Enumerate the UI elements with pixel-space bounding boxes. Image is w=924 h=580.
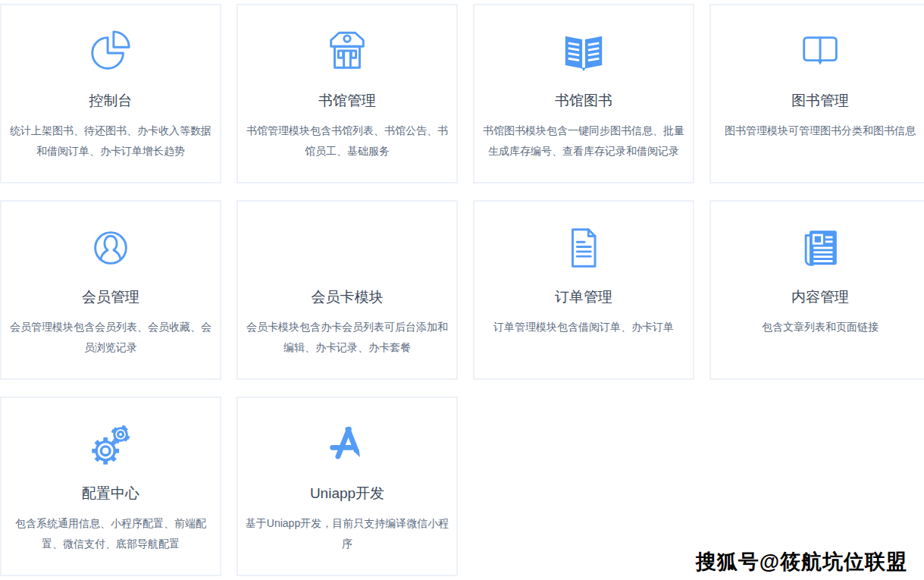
card-content-news[interactable]: 内容管理 包含文章列表和页面链接 bbox=[709, 200, 924, 380]
uniapp-icon bbox=[324, 421, 371, 468]
card-title: 会员管理 bbox=[82, 288, 139, 306]
card-uniapp[interactable]: Uniapp开发 基于Uniapp开发，目前只支持编译微信小程序 bbox=[236, 397, 458, 576]
gears-icon bbox=[87, 421, 134, 468]
card-description: 图书管理模块可管理图书分类和图书信息 bbox=[725, 121, 916, 141]
card-title: 订单管理 bbox=[555, 288, 612, 306]
card-title: 配置中心 bbox=[82, 484, 139, 503]
card-description: 基于Uniapp开发，目前只支持编译微信小程序 bbox=[244, 513, 450, 554]
card-title: 控制台 bbox=[89, 92, 133, 110]
card-title: 书馆图书 bbox=[555, 92, 612, 110]
card-gears[interactable]: 配置中心 包含系统通用信息、小程序配置、前端配置、微信支付、底部导航配置 bbox=[0, 397, 221, 576]
pie-chart-icon bbox=[87, 28, 134, 75]
card-order-document[interactable]: 订单管理 订单管理模块包含借阅订单、办卡订单 bbox=[473, 200, 694, 380]
card-pie-chart[interactable]: 控制台 统计上架图书、待还图书、办卡收入等数据和借阅订单、办卡订单增长趋势 bbox=[0, 4, 221, 183]
card-title: 会员卡模块 bbox=[312, 288, 384, 306]
card-book-outline[interactable]: 图书管理 图书管理模块可管理图书分类和图书信息 bbox=[709, 4, 924, 183]
card-title: Uniapp开发 bbox=[310, 484, 384, 503]
card-title: 内容管理 bbox=[791, 288, 849, 306]
card-description: 包含系统通用信息、小程序配置、前端配置、微信支付、底部导航配置 bbox=[8, 513, 214, 554]
card-description: 会员管理模块包含会员列表、会员收藏、会员浏览记录 bbox=[8, 317, 214, 358]
card-description: 包含文章列表和页面链接 bbox=[762, 317, 879, 337]
library-building-icon bbox=[324, 28, 371, 75]
card-description: 会员卡模块包含办卡会员列表可后台添加和编辑、办卡记录、办卡套餐 bbox=[244, 317, 450, 358]
card-description: 书馆图书模块包含一键同步图书信息、批量生成库存编号、查看库存记录和借阅记录 bbox=[481, 121, 687, 161]
member-card-icon bbox=[324, 224, 371, 271]
card-grid: 控制台 统计上架图书、待还图书、办卡收入等数据和借阅订单、办卡订单增长趋势 书馆… bbox=[0, 4, 924, 576]
card-member-card[interactable]: 会员卡模块 会员卡模块包含办卡会员列表可后台添加和编辑、办卡记录、办卡套餐 bbox=[236, 200, 458, 380]
book-outline-icon bbox=[797, 28, 844, 75]
card-description: 书馆管理模块包含书馆列表、书馆公告、书馆员工、基础服务 bbox=[244, 121, 450, 161]
card-member[interactable]: 会员管理 会员管理模块包含会员列表、会员收藏、会员浏览记录 bbox=[0, 200, 221, 380]
content-news-icon bbox=[797, 224, 844, 271]
card-open-book-filled[interactable]: 书馆图书 书馆图书模块包含一键同步图书信息、批量生成库存编号、查看库存记录和借阅… bbox=[473, 4, 694, 183]
card-title: 书馆管理 bbox=[318, 92, 376, 110]
card-description: 统计上架图书、待还图书、办卡收入等数据和借阅订单、办卡订单增长趋势 bbox=[8, 121, 214, 161]
member-icon bbox=[87, 224, 134, 271]
card-description: 订单管理模块包含借阅订单、办卡订单 bbox=[493, 317, 674, 337]
card-library-building[interactable]: 书馆管理 书馆管理模块包含书馆列表、书馆公告、书馆员工、基础服务 bbox=[236, 4, 458, 183]
order-document-icon bbox=[560, 224, 607, 271]
watermark: 搜狐号@筱航坑位联盟 bbox=[696, 548, 907, 575]
card-title: 图书管理 bbox=[791, 92, 849, 110]
open-book-filled-icon bbox=[560, 28, 607, 75]
